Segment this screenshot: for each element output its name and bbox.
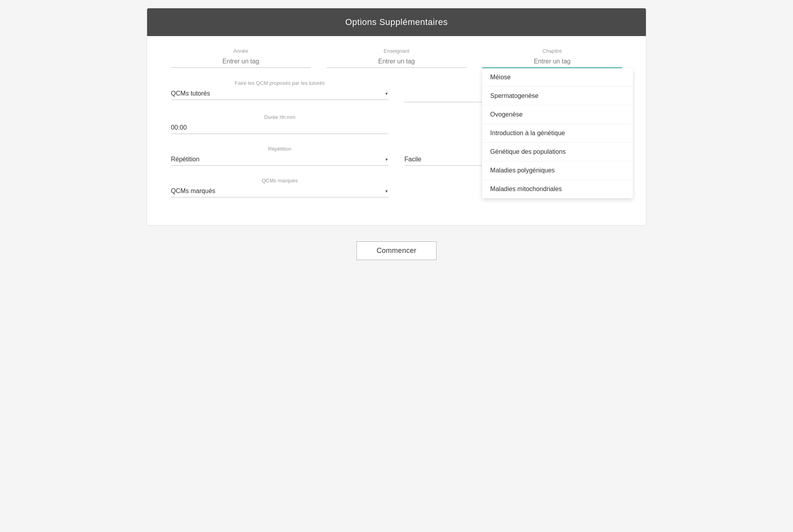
- qcm-tutores-label: Faire les QCM proposés par les tutorés: [171, 80, 389, 86]
- enseignant-group: Enseignant: [327, 48, 467, 68]
- duree-col: Durée hh:mm: [171, 114, 389, 134]
- commencer-row: Commencer: [356, 241, 437, 260]
- repetition-arrow: ▼: [385, 157, 389, 162]
- enseignant-label: Enseignant: [327, 48, 467, 54]
- page-title: Options Supplémentaires: [345, 17, 448, 27]
- dropdown-item-meiose[interactable]: Méiose: [482, 68, 633, 87]
- difficulte-value: Facile: [404, 156, 421, 163]
- chapitre-input[interactable]: [482, 57, 622, 66]
- card-body: Année Enseignant Chapitre: [147, 36, 646, 225]
- qcms-marques-value: QCMs marqués: [171, 188, 215, 195]
- enseignant-input-wrapper: [327, 57, 467, 68]
- annee-input[interactable]: [171, 57, 311, 66]
- top-fields-row: Année Enseignant Chapitre: [171, 48, 622, 68]
- enseignant-input[interactable]: [327, 57, 467, 66]
- chapitre-input-wrapper: [482, 57, 622, 68]
- qcm-tutores-value: QCMs tutorés: [171, 90, 210, 97]
- qcms-marques-col: QCMs marqués QCMs marqués ▼: [171, 178, 389, 197]
- chapitre-group: Chapitre Méiose Spermatogenèse Ovogenèse…: [482, 48, 622, 68]
- chapitre-label: Chapitre: [482, 48, 622, 54]
- dropdown-item-intro-genetique[interactable]: Introduction à la génétique: [482, 124, 633, 143]
- dropdown-item-maladies-polygen[interactable]: Maladies polygéniques: [482, 161, 633, 180]
- qcms-marques-arrow: ▼: [385, 189, 389, 193]
- qcm-tutores-col: Faire les QCM proposés par les tutorés Q…: [171, 80, 389, 102]
- repetition-col: Répétition Répétition ▼: [171, 146, 389, 166]
- duree-label: Durée hh:mm: [171, 114, 389, 120]
- qcms-marques-label: QCMs marqués: [171, 178, 389, 184]
- qcms-marques-select[interactable]: QCMs marqués ▼: [171, 188, 389, 197]
- dropdown-item-ovogenese[interactable]: Ovogenèse: [482, 105, 633, 124]
- repetition-select[interactable]: Répétition ▼: [171, 156, 389, 166]
- dropdown-item-maladies-mito[interactable]: Maladies mitochondriales: [482, 180, 633, 198]
- repetition-label: Répétition: [171, 146, 389, 152]
- main-card: Options Supplémentaires Année Enseignant: [147, 8, 646, 226]
- commencer-button[interactable]: Commencer: [356, 241, 437, 260]
- dropdown-item-genetique-populations[interactable]: Génétique des populations: [482, 143, 633, 161]
- chapitre-dropdown: Méiose Spermatogenèse Ovogenèse Introduc…: [482, 68, 633, 198]
- dropdown-item-spermatogenese[interactable]: Spermatogenèse: [482, 87, 633, 105]
- annee-group: Année: [171, 48, 311, 68]
- annee-label: Année: [171, 48, 311, 54]
- qcm-tutores-arrow: ▼: [385, 92, 389, 96]
- duree-input[interactable]: [171, 124, 389, 134]
- annee-input-wrapper: [171, 57, 311, 68]
- qcm-tutores-select[interactable]: QCMs tutorés ▼: [171, 90, 389, 100]
- card-header: Options Supplémentaires: [147, 8, 646, 36]
- repetition-value: Répétition: [171, 156, 199, 163]
